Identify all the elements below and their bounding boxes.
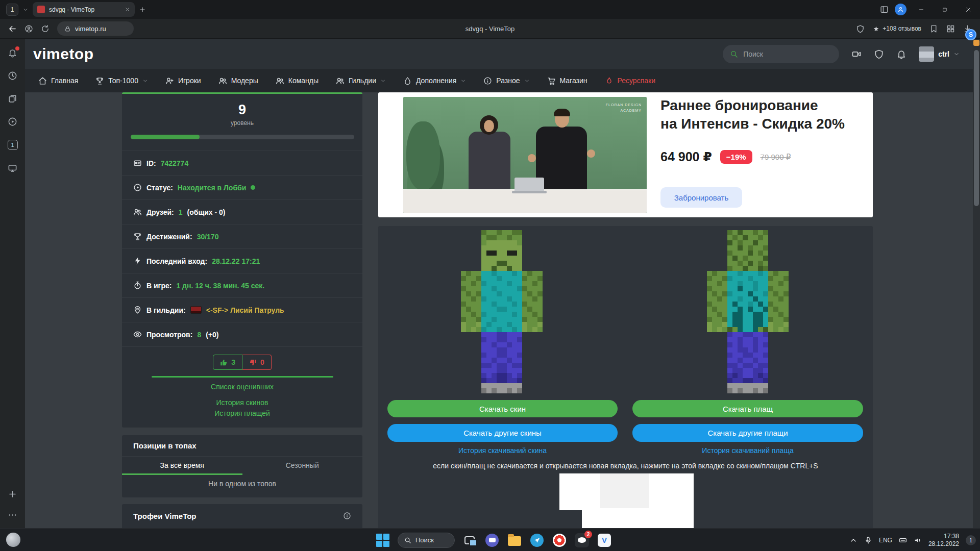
skin-render-front — [461, 230, 543, 393]
tab-season[interactable]: Сезонный — [242, 457, 363, 475]
nav-item-misc[interactable]: Разное — [483, 77, 529, 85]
nav-item-home[interactable]: Главная — [38, 77, 78, 85]
star-icon — [873, 26, 879, 32]
language-indicator[interactable]: ENG — [879, 537, 892, 544]
download-cape-button[interactable]: Скачать плащ — [632, 400, 863, 417]
stat-value: 8 — [197, 331, 201, 339]
task-view-button[interactable] — [462, 533, 477, 548]
ad-cta-button[interactable]: Забронировать — [660, 187, 742, 208]
tab-list-chevron-icon[interactable] — [22, 7, 29, 13]
new-tab-button[interactable] — [139, 6, 146, 13]
minimize-button[interactable] — [913, 2, 930, 17]
tab-counter-value: 1 — [11, 142, 14, 148]
browser-tab[interactable]: sdvgq - VimeTop — [33, 2, 135, 17]
nav-item-guilds[interactable]: Гильдии — [336, 77, 386, 85]
volume-icon[interactable] — [914, 536, 922, 544]
nav-item-label: Дополнения — [416, 77, 456, 85]
nav-item-teams[interactable]: Команды — [276, 77, 318, 85]
stat-value: Находится в Лобби — [178, 184, 246, 192]
yandex-browser-app-icon[interactable] — [552, 533, 567, 548]
site-notifications-icon[interactable] — [896, 49, 906, 59]
more-icon[interactable] — [8, 510, 17, 520]
ad-video[interactable]: FLORAN DESIGN ACADEMY — [403, 97, 647, 213]
download-skin-button[interactable]: Скачать скин — [387, 400, 618, 417]
discord-app-icon[interactable]: 2 — [574, 533, 590, 548]
download-other-capes-button[interactable]: Скачать другие плащи — [632, 424, 863, 442]
chevron-down-icon — [460, 78, 466, 84]
download-progress-badge[interactable]: S — [965, 29, 976, 40]
security-icon[interactable] — [874, 49, 884, 59]
tab-close-icon[interactable] — [125, 7, 130, 12]
reviews-badge[interactable]: +108 отзывов — [873, 25, 921, 32]
nav-item-moders[interactable]: Модеры — [218, 77, 258, 85]
nav-item-players[interactable]: Игроки — [165, 77, 201, 85]
collections-icon[interactable] — [946, 24, 955, 33]
site-logo[interactable]: vimetop — [33, 45, 94, 63]
bookmark-icon[interactable] — [929, 24, 938, 33]
search-input[interactable] — [743, 50, 832, 58]
back-button[interactable] — [8, 24, 17, 33]
stat-suffix: (общих - 0) — [187, 208, 226, 216]
protect-icon[interactable] — [856, 24, 865, 33]
folder-icon — [508, 536, 521, 546]
chat-app-icon[interactable] — [484, 533, 500, 548]
trophy-icon — [95, 77, 104, 85]
history-icon[interactable] — [8, 71, 17, 81]
maximize-button[interactable] — [936, 2, 953, 17]
search-icon — [404, 537, 411, 544]
chevron-down-icon — [142, 78, 148, 84]
close-button[interactable] — [960, 2, 977, 17]
ad-laptop — [514, 178, 544, 191]
raters-link[interactable]: Список оценивших — [122, 383, 362, 391]
media-icon[interactable] — [8, 117, 17, 127]
skin-download-history-link[interactable]: История скачиваний скина — [387, 446, 618, 455]
mic-icon[interactable] — [864, 536, 872, 544]
add-panel-icon[interactable] — [8, 489, 17, 499]
telegram-app-icon[interactable] — [529, 533, 545, 548]
profile-button[interactable] — [24, 24, 33, 33]
reload-button[interactable] — [41, 24, 50, 33]
cast-icon[interactable] — [8, 163, 17, 173]
nav-item-addons[interactable]: Дополнения — [403, 77, 466, 85]
tab-counter[interactable]: 1 — [8, 140, 18, 150]
stat-label: Друзей: — [146, 208, 174, 216]
tray-expand-button[interactable] — [849, 536, 857, 544]
stat-label: В игре: — [146, 282, 172, 290]
scrollbar-thumb[interactable] — [974, 50, 979, 206]
taskbar-search[interactable]: Поиск — [398, 533, 455, 548]
browser-profile-icon[interactable] — [895, 4, 906, 15]
weather-widget-icon[interactable] — [6, 533, 20, 547]
info-icon[interactable] — [343, 512, 351, 520]
skin-history-link[interactable]: История скинов — [122, 398, 362, 407]
users-icon — [218, 77, 227, 85]
vimeworld-app-icon[interactable]: V — [597, 533, 612, 548]
tab-group-button[interactable]: 1 — [6, 4, 18, 16]
tabs-panel-icon[interactable] — [8, 94, 17, 104]
tab-alltime[interactable]: За всё время — [122, 457, 242, 475]
address-bar[interactable]: vimetop.ru — [57, 21, 134, 36]
notifications-icon[interactable] — [8, 48, 17, 58]
taskbar-clock[interactable]: 17:38 28.12.2022 — [928, 533, 959, 548]
scrollbar[interactable] — [973, 39, 980, 528]
notification-center-badge[interactable]: 1 — [966, 535, 976, 545]
user-menu[interactable]: ctrl — [919, 46, 960, 62]
nav-item-resourcepacks[interactable]: Ресурспаки — [605, 77, 655, 85]
site-search[interactable] — [723, 45, 839, 63]
ad-person-left — [469, 132, 510, 191]
like-button[interactable]: 3 — [213, 355, 242, 370]
nav-item-top1000[interactable]: Топ-1000 — [95, 77, 148, 85]
start-button[interactable] — [375, 533, 390, 548]
nav-item-label: Топ-1000 — [108, 77, 138, 85]
download-other-skins-button[interactable]: Скачать другие скины — [387, 424, 618, 442]
file-explorer-icon[interactable] — [507, 533, 522, 548]
nav-item-shop[interactable]: Магазин — [547, 77, 587, 85]
chevron-down-icon — [524, 78, 530, 84]
trophy-icon — [133, 232, 142, 241]
stream-icon[interactable] — [851, 49, 862, 59]
sidebar-panel-icon[interactable] — [880, 5, 889, 14]
scroll-top-marker[interactable] — [973, 40, 979, 46]
dislike-button[interactable]: 0 — [242, 355, 272, 370]
cape-download-history-link[interactable]: История скачиваний плаща — [632, 446, 863, 455]
keyboard-icon[interactable] — [899, 536, 907, 544]
cape-history-link[interactable]: История плащей — [122, 409, 362, 417]
